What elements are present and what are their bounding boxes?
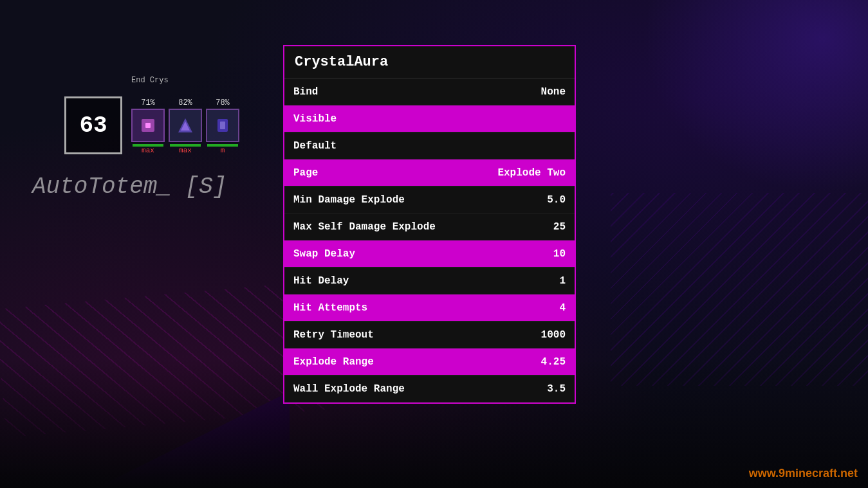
item-slot-2: 82% max: [169, 98, 202, 154]
row-swap-delay-label: Swap Delay: [293, 248, 355, 260]
row-min-damage-label: Min Damage Explode: [293, 194, 405, 206]
row-page-value: Explode Two: [497, 167, 566, 179]
item-icon-2: [169, 109, 202, 142]
row-hit-attempts-value: 4: [559, 302, 566, 314]
item-slot-3: 78% m: [206, 98, 239, 154]
item-pct-2: 82%: [178, 98, 192, 107]
row-hit-delay-value: 1: [559, 275, 566, 287]
watermark: www.9minecraft.net: [749, 467, 858, 480]
row-default[interactable]: Default: [284, 132, 575, 159]
row-hit-delay-label: Hit Delay: [293, 275, 349, 287]
row-swap-delay-value: 10: [553, 248, 566, 260]
row-max-self-damage[interactable]: Max Self Damage Explode 25: [284, 213, 575, 240]
bg-glow: [643, 0, 868, 193]
row-swap-delay[interactable]: Swap Delay 10: [284, 240, 575, 267]
svg-rect-1: [145, 123, 151, 128]
hud: 63 End Crys 71% max 82%: [64, 96, 239, 154]
row-explode-range[interactable]: Explode Range 4.25: [284, 348, 575, 375]
row-explode-range-label: Explode Range: [293, 356, 374, 368]
row-min-damage-value: 5.0: [547, 194, 566, 206]
row-wall-explode-range[interactable]: Wall Explode Range 3.5: [284, 375, 575, 402]
item-pct-3: 78%: [216, 98, 230, 107]
row-hit-attempts-label: Hit Attempts: [293, 302, 367, 314]
item-icon-3: [206, 109, 239, 142]
player-box: 63: [64, 96, 122, 154]
item-icon-1: [131, 109, 165, 142]
end-crystal-label: End Crys: [131, 76, 169, 85]
row-default-label: Default: [293, 140, 337, 152]
row-wall-explode-range-value: 3.5: [547, 383, 566, 395]
row-hit-delay[interactable]: Hit Delay 1: [284, 267, 575, 294]
row-retry-timeout-value: 1000: [541, 329, 566, 341]
item-label-2: max: [179, 147, 192, 154]
item-slot-1: 71% max: [131, 98, 165, 154]
row-retry-timeout[interactable]: Retry Timeout 1000: [284, 321, 575, 348]
autototem-text: AutoTotem_ [S]: [32, 174, 226, 200]
row-hit-attempts[interactable]: Hit Attempts 4: [284, 294, 575, 321]
row-page[interactable]: Page Explode Two: [284, 159, 575, 186]
row-max-self-damage-value: 25: [553, 221, 566, 233]
items-row: 71% max 82% max 78%: [131, 98, 239, 154]
row-retry-timeout-label: Retry Timeout: [293, 329, 374, 341]
item-label-1: max: [142, 147, 154, 154]
row-wall-explode-range-label: Wall Explode Range: [293, 383, 405, 395]
row-explode-range-value: 4.25: [541, 356, 566, 368]
row-max-self-damage-label: Max Self Damage Explode: [293, 221, 436, 233]
svg-rect-5: [220, 122, 225, 129]
crystal-aura-panel: CrystalAura Bind None Visible Default Pa…: [283, 45, 576, 404]
row-bind[interactable]: Bind None: [284, 78, 575, 105]
player-number: 63: [79, 113, 107, 139]
row-bind-value: None: [541, 86, 566, 98]
row-page-label: Page: [293, 167, 318, 179]
bg-stripe-2: [611, 193, 868, 386]
row-visible-label: Visible: [293, 113, 337, 125]
item-pct-1: 71%: [141, 98, 155, 107]
panel-title: CrystalAura: [284, 46, 575, 78]
item-label-3: m: [221, 147, 225, 154]
row-bind-label: Bind: [293, 86, 318, 98]
row-min-damage[interactable]: Min Damage Explode 5.0: [284, 186, 575, 213]
row-visible[interactable]: Visible: [284, 105, 575, 132]
